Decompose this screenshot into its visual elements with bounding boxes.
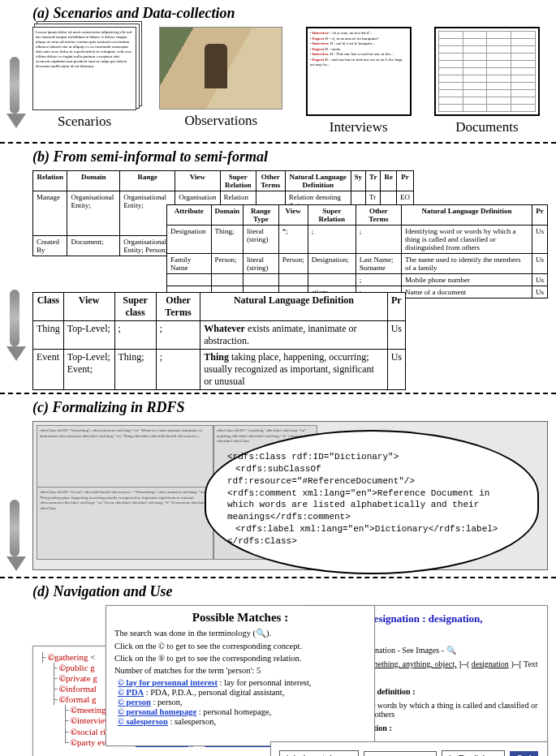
observations-photo — [159, 27, 282, 110]
search-input[interactable] — [364, 751, 437, 756]
table-header: Super Relation — [308, 205, 356, 226]
match-item[interactable]: © lay for personnal interest : lay for p… — [114, 678, 366, 687]
table-cell: The name used to identify the members of… — [402, 254, 532, 274]
table-header: Sy — [351, 171, 366, 191]
table-cell: Person; — [211, 254, 244, 274]
table-header: Super class — [114, 293, 156, 321]
match-item[interactable]: © salesperson : salesperson, — [114, 717, 366, 726]
table-cell: Designation; — [308, 254, 356, 274]
scenarios-label: Scenarios — [32, 114, 136, 130]
table-cell: Designation — [167, 226, 212, 254]
table-row: ThingTop-Level;;;Whatever exists animate… — [33, 321, 406, 350]
attributes-table: AttributeDomainRange TypeViewSuper Relat… — [166, 204, 548, 299]
table-cell: Us — [532, 274, 547, 286]
table-header: Other Terms — [356, 205, 401, 226]
section-c: (c) Formalizing in RDFS rdfs:Class rdf:I… — [0, 394, 556, 577]
documents-doc-icon — [434, 27, 540, 116]
table-cell: ; — [356, 274, 401, 286]
table-cell — [244, 274, 279, 286]
matches-count: Number of matches for the term 'person':… — [114, 666, 366, 675]
table-cell: ; — [356, 226, 401, 254]
table-cell: ; — [308, 226, 356, 254]
match-item[interactable]: © person : person, — [114, 698, 366, 707]
table-cell: ; — [156, 350, 200, 390]
table-cell: Us — [532, 226, 547, 254]
table-cell: Us — [387, 350, 405, 390]
rdfs-panel: rdfs:Class rdf:ID="Something"; rdfs:comm… — [32, 421, 548, 570]
observations-label: Observations — [159, 113, 282, 129]
table-cell — [167, 274, 212, 286]
section-c-title: (c) Formalizing in RDFS — [32, 399, 548, 416]
table-header: Other Terms — [256, 171, 285, 191]
documents-card: Documents — [434, 27, 540, 135]
matches-intro: The search was done in the terminology (… — [114, 628, 366, 638]
table-cell: literal (string) — [244, 254, 279, 274]
table-cell: Name of a document — [402, 286, 532, 299]
table-cell: Top-Level; Event; — [63, 350, 114, 390]
match-item[interactable]: © PDA : PDA, P.D.A., personal digital as… — [114, 688, 366, 697]
interviews-card: • Interview - eh je suis, on m'a dit d'.… — [306, 27, 412, 135]
section-a-title: (a) Scenarios and Data-collection — [32, 5, 548, 22]
table-cell: Last Name; Surname — [356, 254, 401, 274]
classes-table: ClassViewSuper classOther TermsNatural L… — [32, 292, 406, 390]
table-header: Attribute — [167, 205, 212, 226]
matches-heading: Possible Matches : — [114, 611, 366, 625]
table-cell — [211, 274, 244, 286]
table-header: Pr — [387, 293, 405, 321]
tables-container-b: RelationDomainRangeViewSuper RelationOth… — [32, 170, 548, 389]
table-cell: Family Name — [167, 254, 212, 274]
table-row: Family NamePerson;literal (string)Person… — [167, 254, 548, 274]
table-cell: Top-Level; — [63, 321, 114, 350]
matches-intro: Click on the ® to get to see the corresp… — [114, 654, 366, 663]
table-header: View — [63, 293, 114, 321]
row-a: Lorem ipsum dolor sit amet consectetur a… — [32, 27, 548, 135]
section-b-title: (b) From semi-informal to semi-formal — [32, 148, 548, 165]
scenarios-card: Lorem ipsum dolor sit amet consectetur a… — [32, 27, 136, 130]
table-cell: Document; — [67, 236, 120, 256]
navigation-wrap: Possible Matches : The search was done i… — [32, 605, 548, 756]
table-cell: Thing — [33, 321, 64, 350]
rdf-zoom-bubble: <rdfs:Class rdf:ID="Dictionary"> <rdfs:s… — [205, 430, 539, 574]
scenarios-stack-icon: Lorem ipsum dolor sit amet consectetur a… — [32, 27, 136, 110]
table-header: Re — [381, 171, 397, 191]
match-item[interactable]: © personal homepage : personal homepage, — [114, 707, 366, 716]
table-cell: *; — [278, 226, 308, 254]
section-d: (d) Navigation and Use Possible Matches … — [0, 578, 556, 756]
table-header: Domain — [67, 171, 120, 191]
table-row: EventTop-Level; Event;Thing;;Thing takin… — [33, 350, 406, 390]
table-header: Range — [120, 171, 175, 191]
rdf-line: <rdfs:subClassOf — [227, 463, 519, 475]
go-button[interactable]: Go! — [510, 751, 538, 756]
section-d-title: (d) Navigation and Use — [32, 583, 548, 600]
table-header: Natural Language Definition — [200, 293, 387, 321]
table-cell: Us — [387, 321, 405, 350]
table-cell: Manage — [33, 191, 67, 236]
table-header: Other Terms — [156, 293, 200, 321]
rdf-line: <rdfs:comment xml:lang="en">Reference Do… — [227, 488, 519, 524]
table-cell: Created By — [33, 236, 67, 256]
rdf-line: </rdfs:Class> — [227, 535, 519, 548]
arrow-down-icon — [6, 500, 23, 571]
documents-label: Documents — [434, 119, 540, 135]
mini-table — [438, 31, 536, 112]
table-cell: Organisational Entity; — [67, 191, 120, 236]
table-header: Relation — [33, 171, 67, 191]
arrow-down-icon — [6, 290, 23, 361]
table-cell — [308, 274, 356, 286]
table-cell: Whatever exists animate, inanimate or ab… — [200, 321, 387, 350]
table-header: Class — [33, 293, 64, 321]
rdf-line: rdf:resource="#ReferenceDocument"/> — [227, 475, 519, 488]
search-lang-select[interactable]: in English — [442, 750, 505, 756]
interviews-doc-icon: • Interview - eh je suis, on m'a dit d'.… — [306, 27, 412, 116]
table-header: Pr — [532, 205, 547, 226]
table-cell: Us — [532, 254, 547, 274]
possible-matches-panel: Possible Matches : The search was done i… — [106, 605, 375, 746]
table-header: Natural Language Definition — [285, 171, 351, 191]
search-panel: label contains in English Go! Searching … — [270, 741, 548, 756]
table-cell: Thing; — [114, 350, 156, 390]
table-cell: Thing taking place, happening, occurring… — [200, 350, 387, 390]
table-header: Pr — [396, 171, 413, 191]
table-header: Natural Language Definition — [402, 205, 532, 226]
search-mode-select[interactable]: label contains — [279, 750, 359, 756]
table-header: View — [278, 205, 308, 226]
